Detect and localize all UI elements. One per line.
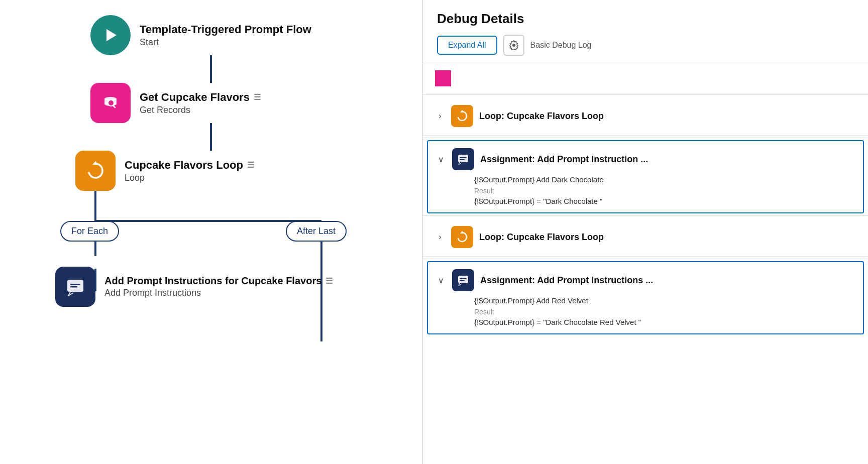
for-each-text: For Each xyxy=(60,221,119,242)
debug-assignment-2-result-value: {!$Output.Prompt} = "Dark Chocolate Red … xyxy=(474,318,855,326)
divider-0 xyxy=(423,94,868,95)
debug-loop-item-2[interactable]: › Loop: Cupcake Flavors Loop xyxy=(423,218,868,257)
divider-1 xyxy=(423,138,868,138)
svg-rect-19 xyxy=(460,157,467,158)
debug-assignment-1-body: {!$Output.Prompt} Add Dark Chocolate Res… xyxy=(436,175,855,205)
gear-button[interactable] xyxy=(503,35,524,56)
branch-row: For Each After Last xyxy=(50,191,372,242)
get-cupcake-node[interactable]: Get Cupcake Flavors ☰ Get Records xyxy=(65,83,357,123)
flow-content: Template-Triggered Prompt Flow Start xyxy=(35,15,387,307)
get-cupcake-title: Get Cupcake Flavors ☰ xyxy=(140,91,261,104)
chevron-loop-2: › xyxy=(435,233,445,242)
debug-assignment-2-formula: {!$Output.Prompt} Add Red Velvet xyxy=(474,296,855,305)
debug-loop-1-icon xyxy=(451,105,473,127)
get-cupcake-title-text: Get Cupcake Flavors xyxy=(140,91,250,104)
svg-rect-15 xyxy=(70,286,77,288)
svg-rect-12 xyxy=(67,280,83,292)
debug-assignment-1-icon xyxy=(452,148,474,170)
after-last-label[interactable]: After Last xyxy=(286,221,347,242)
debug-log-label: Basic Debug Log xyxy=(530,41,592,50)
add-prompt-title: Add Prompt Instructions for Cupcake Flav… xyxy=(104,275,333,287)
loop-node-text: Cupcake Flavors Loop ☰ Loop xyxy=(125,159,254,183)
start-icon xyxy=(90,15,131,55)
svg-rect-23 xyxy=(460,278,467,279)
svg-marker-6 xyxy=(92,161,98,165)
svg-line-5 xyxy=(113,105,115,107)
start-title: Template-Triggered Prompt Flow xyxy=(140,23,311,36)
debug-loop-2-header[interactable]: › Loop: Cupcake Flavors Loop xyxy=(435,226,856,248)
add-prompt-node[interactable]: Add Prompt Instructions for Cupcake Flav… xyxy=(50,267,372,307)
pink-indicator xyxy=(435,70,451,86)
debug-loop-2-icon xyxy=(451,226,473,248)
start-node[interactable]: Template-Triggered Prompt Flow Start xyxy=(65,15,357,55)
search-db-icon xyxy=(100,93,121,113)
loop-node[interactable]: Cupcake Flavors Loop ☰ Loop xyxy=(50,151,342,191)
debug-content: › Loop: Cupcake Flavors Loop ∨ xyxy=(423,64,868,464)
debug-assignment-1-formula: {!$Output.Prompt} Add Dark Chocolate xyxy=(474,175,855,184)
start-node-text: Template-Triggered Prompt Flow Start xyxy=(140,23,311,48)
debug-assignment-item-1[interactable]: ∨ Assignment: Add Prompt Instruction ...… xyxy=(427,140,864,213)
get-cupcake-text: Get Cupcake Flavors ☰ Get Records xyxy=(140,91,261,115)
get-cupcake-menu-icon: ☰ xyxy=(254,92,261,102)
debug-toolbar: Expand All Basic Debug Log xyxy=(437,35,854,56)
flow-canvas: Template-Triggered Prompt Flow Start xyxy=(0,0,422,464)
divider-3 xyxy=(423,259,868,259)
get-cupcake-subtitle: Get Records xyxy=(140,105,261,115)
pink-icon xyxy=(90,83,131,123)
after-last-text: After Last xyxy=(286,221,347,242)
loop-title-text: Cupcake Flavors Loop xyxy=(125,159,243,172)
pink-indicator-row xyxy=(423,64,868,92)
chat-icon xyxy=(64,276,86,298)
svg-rect-20 xyxy=(460,159,465,160)
debug-assignment-2-result-label: Result xyxy=(474,308,855,316)
debug-assignment-1-result-label: Result xyxy=(474,187,855,195)
add-prompt-text: Add Prompt Instructions for Cupcake Flav… xyxy=(104,275,333,298)
svg-rect-24 xyxy=(460,280,465,281)
expand-all-button[interactable]: Expand All xyxy=(437,36,497,55)
debug-assignment-1-header[interactable]: ∨ Assignment: Add Prompt Instruction ... xyxy=(436,148,855,170)
svg-rect-22 xyxy=(458,276,468,283)
debug-assignment-2-body: {!$Output.Prompt} Add Red Velvet Result … xyxy=(436,296,855,326)
svg-marker-0 xyxy=(106,29,117,41)
debug-assignment-item-2[interactable]: ∨ Assignment: Add Prompt Instructions ..… xyxy=(427,261,864,334)
gear-icon xyxy=(509,40,519,50)
debug-header: Debug Details Expand All Basic Debug Log xyxy=(423,0,868,64)
add-prompt-menu-icon: ☰ xyxy=(325,276,333,286)
chat-icon-small-2 xyxy=(457,274,470,287)
svg-rect-18 xyxy=(458,155,468,162)
debug-assignment-1-result-value: {!$Output.Prompt} = "Dark Chocolate " xyxy=(474,197,855,205)
debug-assignment-2-title: Assignment: Add Prompt Instructions ... xyxy=(480,275,653,286)
debug-title: Debug Details xyxy=(437,11,854,27)
debug-assignment-1-title: Assignment: Add Prompt Instruction ... xyxy=(480,154,648,165)
debug-panel: Debug Details Expand All Basic Debug Log… xyxy=(422,0,868,464)
debug-loop-1-header[interactable]: › Loop: Cupcake Flavors Loop xyxy=(435,105,856,127)
chevron-assignment-2: ∨ xyxy=(436,276,446,285)
chevron-loop-1: › xyxy=(435,111,445,121)
loop-subtitle: Loop xyxy=(125,173,254,183)
orange-icon xyxy=(75,151,116,191)
debug-loop-1-title: Loop: Cupcake Flavors Loop xyxy=(479,111,604,122)
add-prompt-title-text: Add Prompt Instructions for Cupcake Flav… xyxy=(104,275,321,287)
loop-title: Cupcake Flavors Loop ☰ xyxy=(125,159,254,172)
debug-loop-2-title: Loop: Cupcake Flavors Loop xyxy=(479,232,604,243)
play-icon xyxy=(101,26,120,44)
debug-assignment-2-icon xyxy=(452,269,474,291)
for-each-label[interactable]: For Each xyxy=(60,221,119,242)
dark-blue-icon xyxy=(55,267,95,307)
chevron-assignment-1: ∨ xyxy=(436,155,446,164)
add-prompt-subtitle: Add Prompt Instructions xyxy=(104,288,333,298)
refresh-icon xyxy=(84,160,106,182)
debug-loop-item-1[interactable]: › Loop: Cupcake Flavors Loop xyxy=(423,97,868,136)
debug-assignment-2-header[interactable]: ∨ Assignment: Add Prompt Instructions ..… xyxy=(436,269,855,291)
svg-rect-14 xyxy=(70,284,80,285)
loop-menu-icon: ☰ xyxy=(247,160,254,170)
start-subtitle: Start xyxy=(140,37,311,48)
refresh-icon-small xyxy=(456,109,469,123)
divider-2 xyxy=(423,215,868,216)
loop-section: Cupcake Flavors Loop ☰ Loop xyxy=(50,151,372,307)
chat-icon-small-1 xyxy=(457,153,470,166)
connector-1 xyxy=(210,55,212,83)
connector-2 xyxy=(210,123,212,151)
svg-point-16 xyxy=(512,44,515,47)
refresh-icon-small-2 xyxy=(456,230,469,244)
